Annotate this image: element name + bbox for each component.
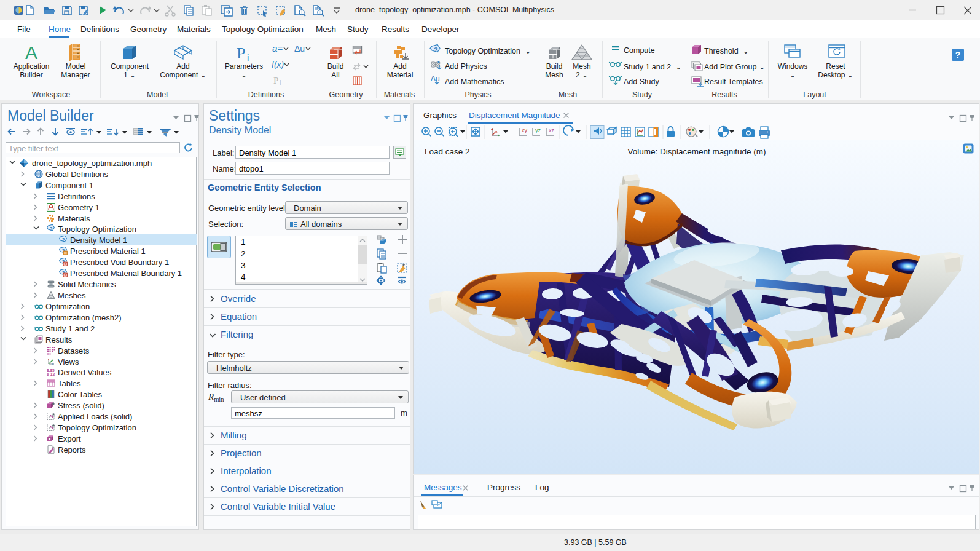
svg-text:yz: yz xyxy=(535,127,541,133)
svg-text:a=: a= xyxy=(272,43,283,54)
svg-text:A: A xyxy=(25,42,37,63)
svg-text:?: ? xyxy=(434,46,438,54)
svg-text:xy: xy xyxy=(522,127,528,133)
svg-text:Δu: Δu xyxy=(294,44,305,54)
svg-text:i: i xyxy=(280,79,281,86)
svg-text:P: P xyxy=(237,44,245,62)
svg-text:xz: xz xyxy=(549,127,555,133)
svg-text:?: ? xyxy=(955,50,961,60)
svg-text:i: i xyxy=(247,52,249,63)
svg-text:f(x): f(x) xyxy=(272,60,284,69)
svg-text:P: P xyxy=(273,76,278,85)
svg-text:Δu: Δu xyxy=(431,74,440,83)
